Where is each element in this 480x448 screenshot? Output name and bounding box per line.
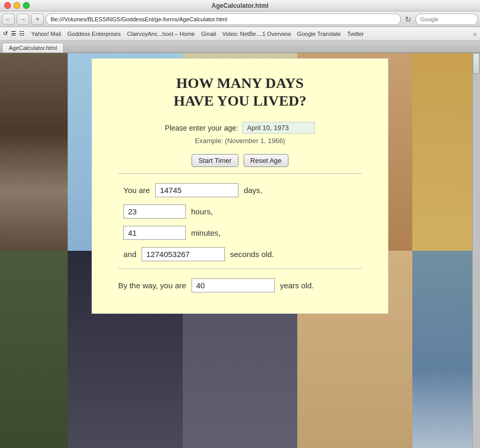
scrollbar-thumb[interactable] <box>473 53 479 74</box>
and-label: and <box>123 250 136 259</box>
seconds-row: and seconds old. <box>123 247 357 261</box>
more-bookmarks-icon[interactable]: » <box>473 30 477 38</box>
by-the-way-label: By the way, you are <box>118 281 186 290</box>
days-suffix-label: days, <box>244 186 262 195</box>
minutes-row: minutes, <box>123 226 357 240</box>
nav-bar: ← → + ↻ <box>0 11 480 27</box>
main-content: HOW MANY DAYS HAVE YOU LIVED? Please ent… <box>0 53 480 448</box>
forward-button[interactable]: → <box>17 14 29 25</box>
window-title: AgeCalculator.html <box>211 2 268 9</box>
photo-right-top <box>412 53 480 251</box>
reset-age-button[interactable]: Reset Age <box>244 154 288 167</box>
minutes-input[interactable] <box>123 226 186 240</box>
days-input[interactable] <box>155 183 238 197</box>
years-input[interactable] <box>192 278 275 292</box>
bookmark-goddess[interactable]: Goddess Enterprises <box>65 30 123 38</box>
age-input-row: Please enter your age: <box>118 122 362 134</box>
bookmark-yahoo[interactable]: Yahoo! Mail <box>29 30 64 38</box>
grid-icon[interactable]: ☷ <box>19 30 24 37</box>
hours-label: hours, <box>191 207 213 216</box>
title-line-1: HOW MANY DAYS <box>118 74 362 92</box>
bookmark-gmail[interactable]: Gmail <box>198 30 219 38</box>
add-tab-button[interactable]: + <box>31 14 44 25</box>
maximize-button[interactable] <box>23 2 30 9</box>
minimize-button[interactable] <box>14 2 20 9</box>
bookmarks-bar: ↺ ☰ ☷ Yahoo! Mail Goddess Enterprises Cl… <box>0 27 480 41</box>
hours-row: hours, <box>123 204 357 219</box>
bottom-divider <box>118 268 362 269</box>
photo-left-bottom <box>0 251 68 449</box>
back-button[interactable]: ← <box>2 14 15 25</box>
start-timer-button[interactable]: Start Timer <box>192 154 238 167</box>
close-button[interactable] <box>4 2 11 9</box>
photo-10 <box>412 251 480 449</box>
calculator-card: HOW MANY DAYS HAVE YOU LIVED? Please ent… <box>92 58 388 314</box>
photo-right-bottom <box>412 251 480 449</box>
reload-button[interactable]: ↻ <box>403 15 413 23</box>
hours-input[interactable] <box>123 204 186 219</box>
minutes-label: minutes, <box>191 228 221 237</box>
active-tab[interactable]: AgeCalculator.html <box>2 43 64 53</box>
home-icon[interactable]: ↺ <box>3 30 8 37</box>
bookmark-google-translate[interactable]: Google Translate <box>295 30 344 38</box>
seconds-label: seconds old. <box>230 250 274 259</box>
results-area: You are days, hours, minutes, and second… <box>118 183 362 261</box>
age-input-label: Please enter your age: <box>165 124 238 132</box>
age-input[interactable] <box>242 122 315 134</box>
example-text: Example: (November 1, 1966) <box>118 137 362 145</box>
top-divider <box>118 173 362 174</box>
scrollbar[interactable] <box>472 53 480 448</box>
calculator-title: HOW MANY DAYS HAVE YOU LIVED? <box>118 74 362 109</box>
search-input[interactable] <box>415 14 478 25</box>
button-row: Start Timer Reset Age <box>118 154 362 167</box>
title-line-2: HAVE YOU LIVED? <box>118 92 362 110</box>
photo-1 <box>0 53 68 251</box>
photo-6 <box>0 251 68 449</box>
photo-5 <box>412 53 480 251</box>
bookmark-twitter[interactable]: Twitter <box>345 30 367 38</box>
bookmark-video[interactable]: Video: NetBe....1 Overview <box>220 30 294 38</box>
seconds-input[interactable] <box>142 247 225 261</box>
years-label: years old. <box>280 281 314 290</box>
years-row: By the way, you are years old. <box>118 278 362 292</box>
bookmark-clairvoyance[interactable]: ClairvoyAnc...hool – Home <box>124 30 197 38</box>
browser-icons: ↺ ☰ ☷ <box>3 30 24 37</box>
window-controls[interactable] <box>4 2 30 9</box>
bookmark-icon[interactable]: ☰ <box>11 30 16 37</box>
title-bar: AgeCalculator.html <box>0 0 480 11</box>
days-row: You are days, <box>123 183 357 197</box>
days-prefix-label: You are <box>123 186 150 195</box>
tab-label: AgeCalculator.html <box>9 45 57 51</box>
tab-bar: AgeCalculator.html <box>0 41 480 53</box>
photo-left-top <box>0 53 68 251</box>
url-input[interactable] <box>46 14 401 25</box>
